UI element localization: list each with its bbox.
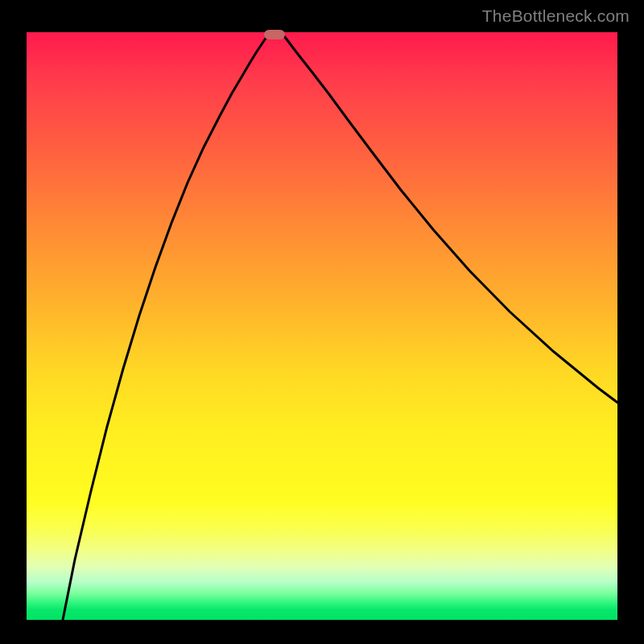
curve-left-branch [63, 35, 269, 620]
bottleneck-curve [27, 32, 617, 620]
optimal-marker [264, 30, 285, 39]
curve-right-branch [283, 35, 617, 402]
watermark-text: TheBottleneck.com [482, 6, 630, 26]
plot-area [27, 32, 617, 620]
